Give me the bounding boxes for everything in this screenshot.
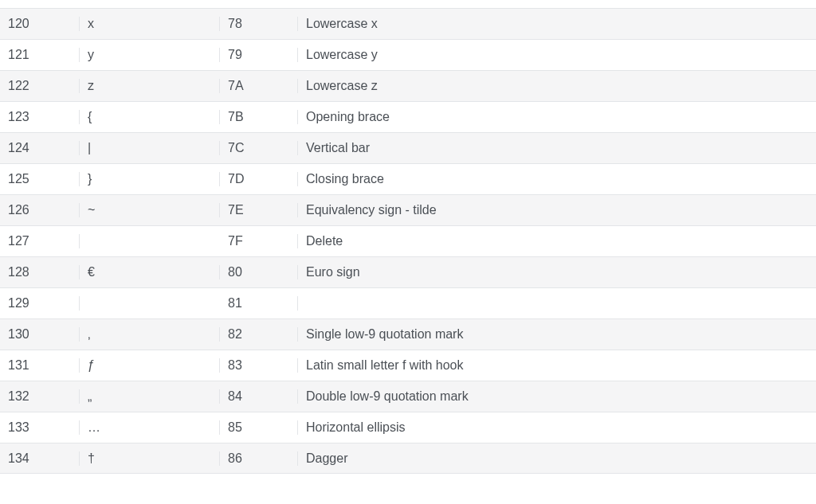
table-row: 130‚82Single low-9 quotation mark <box>0 318 816 350</box>
ascii-table: 119w77Lowercase w120x78Lowercase x121y79… <box>0 0 816 474</box>
cell-description: Vertical bar <box>298 141 816 155</box>
cell-character: | <box>80 141 220 155</box>
cell-decimal: 126 <box>0 203 80 217</box>
cell-decimal: 120 <box>0 17 80 31</box>
table-row: 122z7ALowercase z <box>0 70 816 101</box>
cell-description: Latin small letter f with hook <box>298 358 816 373</box>
cell-hex: 78 <box>220 17 298 31</box>
cell-decimal: 133 <box>0 420 80 435</box>
table-row: 132„84Double low-9 quotation mark <box>0 381 816 412</box>
table-row: 125}7DClosing brace <box>0 163 816 194</box>
cell-character: „ <box>80 389 220 404</box>
table-row: 123{7BOpening brace <box>0 101 816 132</box>
cell-description: Lowercase y <box>298 48 816 62</box>
cell-hex: 85 <box>220 420 298 435</box>
cell-description: Horizontal ellipsis <box>298 420 816 435</box>
cell-hex: 7B <box>220 110 298 124</box>
cell-hex: 84 <box>220 389 298 404</box>
cell-decimal: 123 <box>0 110 80 124</box>
cell-hex: 7F <box>220 234 298 248</box>
cell-description: Lowercase x <box>298 17 816 31</box>
cell-character: € <box>80 265 220 279</box>
cell-decimal: 127 <box>0 234 80 248</box>
cell-description: Delete <box>298 234 816 248</box>
cell-character: † <box>80 451 220 466</box>
cell-character: { <box>80 110 220 124</box>
table-row: 12981 <box>0 287 816 318</box>
cell-decimal: 131 <box>0 358 80 373</box>
cell-hex: 86 <box>220 451 298 466</box>
table-row: 131ƒ83Latin small letter f with hook <box>0 350 816 381</box>
cell-description: Single low-9 quotation mark <box>298 327 816 342</box>
cell-character: } <box>80 172 220 186</box>
cell-hex: 7E <box>220 203 298 217</box>
cell-hex: 7D <box>220 172 298 186</box>
cell-description: Closing brace <box>298 172 816 186</box>
cell-hex: 79 <box>220 48 298 62</box>
table-row: 134†86Dagger <box>0 443 816 474</box>
cell-character: x <box>80 17 220 31</box>
table-row: 124|7CVertical bar <box>0 132 816 163</box>
cell-decimal: 124 <box>0 141 80 155</box>
table-row: 121y79Lowercase y <box>0 39 816 70</box>
cell-hex: 7A <box>220 79 298 93</box>
cell-character: ƒ <box>80 358 220 373</box>
cell-decimal: 121 <box>0 48 80 62</box>
table-row: 133…85Horizontal ellipsis <box>0 412 816 443</box>
table-row: 128€80Euro sign <box>0 256 816 287</box>
cell-decimal: 134 <box>0 451 80 466</box>
cell-decimal: 130 <box>0 327 80 342</box>
cell-description: Opening brace <box>298 110 816 124</box>
cell-description: Equivalency sign - tilde <box>298 203 816 217</box>
cell-hex: 82 <box>220 327 298 342</box>
cell-description: Lowercase z <box>298 79 816 93</box>
cell-decimal: 129 <box>0 296 80 311</box>
cell-character: z <box>80 79 220 93</box>
cell-hex: 7C <box>220 141 298 155</box>
table-row: 1277FDelete <box>0 225 816 256</box>
cell-hex: 83 <box>220 358 298 373</box>
cell-hex: 80 <box>220 265 298 279</box>
cell-character: … <box>80 420 220 435</box>
cell-description: Double low-9 quotation mark <box>298 389 816 404</box>
cell-character: ~ <box>80 203 220 217</box>
cell-decimal: 122 <box>0 79 80 93</box>
cell-decimal: 132 <box>0 389 80 404</box>
cell-decimal: 125 <box>0 172 80 186</box>
table-row: 120x78Lowercase x <box>0 8 816 39</box>
cell-character: ‚ <box>80 327 220 342</box>
cell-character: y <box>80 48 220 62</box>
cell-decimal: 128 <box>0 265 80 279</box>
cell-description: Euro sign <box>298 265 816 279</box>
cell-description: Dagger <box>298 451 816 466</box>
table-row: 126~7EEquivalency sign - tilde <box>0 194 816 225</box>
cell-hex: 81 <box>220 296 298 311</box>
table-row: 119w77Lowercase w <box>0 0 816 8</box>
